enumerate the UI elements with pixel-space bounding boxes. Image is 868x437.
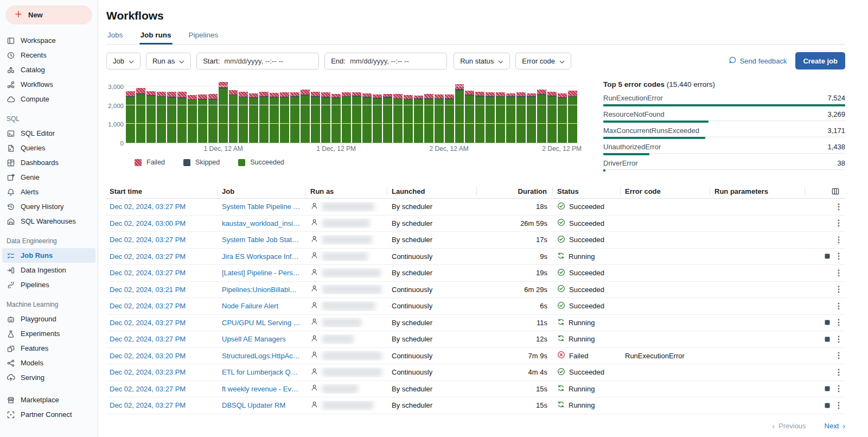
chart-bar[interactable] — [259, 92, 269, 143]
kebab-menu-icon[interactable] — [838, 368, 840, 377]
column-header-launched[interactable]: Launched — [387, 187, 477, 196]
legend-item-succeeded[interactable]: Succeeded — [238, 159, 284, 166]
run-start-time-link[interactable]: Dec 02, 2024, 03:27 PM — [106, 252, 218, 261]
chart-bar[interactable] — [496, 92, 505, 143]
sidebar-item-query-history[interactable]: Query History — [0, 199, 98, 214]
next-page-button[interactable]: Next › — [825, 422, 845, 430]
job-filter-dropdown[interactable]: Job — [106, 53, 141, 69]
kebab-menu-icon[interactable] — [838, 351, 840, 360]
column-header-run-parameters[interactable]: Run parameters — [710, 187, 805, 196]
sidebar-item-partner-connect[interactable]: Partner Connect — [0, 407, 98, 422]
chart-bar[interactable] — [342, 92, 351, 143]
sidebar-item-playground[interactable]: Playground — [0, 312, 98, 326]
run-status-filter-dropdown[interactable]: Run status — [454, 53, 510, 69]
chart-bar[interactable] — [352, 92, 361, 143]
chart-bar[interactable] — [547, 92, 557, 143]
chart-bar[interactable] — [177, 92, 187, 143]
chart-bar[interactable] — [404, 95, 413, 143]
sidebar-item-pipelines[interactable]: Pipelines — [0, 277, 98, 292]
chart-bar[interactable] — [301, 90, 310, 143]
chart-bar[interactable] — [208, 94, 218, 143]
column-selector-icon[interactable] — [805, 187, 845, 196]
chart-bar[interactable] — [239, 92, 248, 143]
chart-bar[interactable] — [198, 94, 207, 143]
job-name-link[interactable]: System Table Job Status... — [218, 236, 306, 244]
column-header-job[interactable]: Job — [218, 187, 306, 196]
new-button[interactable]: New — [5, 5, 92, 24]
job-name-link[interactable]: ft weekly revenue - Ever... — [218, 385, 306, 393]
chart-bar[interactable] — [229, 90, 238, 143]
run-start-time-link[interactable]: Dec 02, 2024, 03:27 PM — [106, 302, 218, 310]
chart-bar[interactable] — [537, 90, 546, 143]
previous-page-button[interactable]: ‹ Previous — [772, 422, 806, 430]
column-header-duration[interactable]: Duration — [477, 187, 553, 196]
sidebar-item-models[interactable]: Models — [0, 356, 98, 370]
sidebar-item-recents[interactable]: Recents — [0, 48, 98, 62]
job-name-link[interactable]: [Latest] Pipeline - Persis... — [218, 269, 306, 277]
job-name-link[interactable]: CPU/GPU ML Serving po... — [218, 319, 306, 327]
sidebar-item-genie[interactable]: Genie — [0, 170, 98, 185]
job-name-link[interactable]: System Table Pipeline St... — [218, 202, 306, 211]
run-start-time-link[interactable]: Dec 02, 2024, 03:21 PM — [106, 286, 218, 294]
sidebar-item-compute[interactable]: Compute — [0, 92, 98, 106]
end-date-input[interactable]: End: mm/dd/yyyy, --:-- -- — [324, 53, 447, 69]
chart-bar[interactable] — [568, 91, 577, 143]
run-start-time-link[interactable]: Dec 02, 2024, 03:27 PM — [106, 319, 218, 327]
chart-bar[interactable] — [465, 91, 474, 143]
job-name-link[interactable]: Jira ES Workspace Info ... — [218, 252, 306, 261]
tab-pipelines[interactable]: Pipelines — [188, 28, 220, 44]
chart-bar[interactable] — [527, 93, 536, 143]
sidebar-item-sql-editor[interactable]: SQL Editor — [0, 126, 98, 141]
run-start-time-link[interactable]: Dec 02, 2024, 03:27 PM — [106, 385, 218, 393]
run-start-time-link[interactable]: Dec 02, 2024, 03:27 PM — [106, 269, 218, 277]
kebab-menu-icon[interactable] — [838, 269, 840, 277]
chart-bar[interactable] — [331, 94, 341, 143]
create-job-button[interactable]: Create job — [795, 52, 845, 69]
stop-run-button[interactable] — [825, 254, 830, 259]
chart-bar[interactable] — [290, 92, 299, 143]
kebab-menu-icon[interactable] — [838, 285, 840, 294]
sidebar-item-workflows[interactable]: Workflows — [0, 77, 98, 92]
job-name-link[interactable]: ETL for Lumberjack QPL... — [218, 368, 306, 376]
job-name-link[interactable]: StructuredLogs:HttpAcc... — [218, 352, 306, 360]
chart-bar[interactable] — [188, 95, 197, 143]
kebab-menu-icon[interactable] — [838, 202, 840, 211]
chart-bar[interactable] — [126, 91, 135, 143]
run-start-time-link[interactable]: Dec 02, 2024, 03:27 PM — [106, 236, 218, 244]
chart-bar[interactable] — [558, 93, 567, 143]
chart-bar[interactable] — [280, 92, 289, 143]
sidebar-item-job-runs[interactable]: Job Runs — [2, 248, 95, 263]
sidebar-item-dashboards[interactable]: Dashboards — [0, 155, 98, 170]
kebab-menu-icon[interactable] — [838, 236, 840, 244]
stop-run-button[interactable] — [825, 337, 830, 342]
kebab-menu-icon[interactable] — [838, 384, 840, 393]
legend-item-skipped[interactable]: Skipped — [183, 159, 220, 166]
chart-bar[interactable] — [455, 84, 464, 143]
chart-bar[interactable] — [219, 82, 228, 143]
run-start-time-link[interactable]: Dec 02, 2024, 03:27 PM — [106, 335, 218, 343]
run-start-time-link[interactable]: Dec 02, 2024, 03:27 PM — [106, 401, 218, 409]
job-name-link[interactable]: Upsell AE Managers — [218, 335, 306, 343]
chart-bar[interactable] — [414, 96, 423, 143]
sidebar-item-features[interactable]: Features — [0, 341, 98, 356]
chart-bar[interactable] — [270, 93, 279, 143]
send-feedback-link[interactable]: Send feedback — [729, 56, 787, 66]
kebab-menu-icon[interactable] — [838, 335, 840, 344]
kebab-menu-icon[interactable] — [838, 252, 840, 261]
chart-bar[interactable] — [146, 91, 156, 143]
legend-item-failed[interactable]: Failed — [135, 159, 165, 166]
start-date-input[interactable]: Start: mm/dd/yyyy, --:-- -- — [196, 53, 319, 69]
job-name-link[interactable]: kaustav_workload_insig... — [218, 219, 306, 227]
chart-bar[interactable] — [167, 92, 176, 143]
sidebar-item-catalog[interactable]: Catalog — [0, 62, 98, 77]
stop-run-button[interactable] — [825, 386, 830, 391]
chart-bar[interactable] — [373, 94, 382, 143]
run-start-time-link[interactable]: Dec 02, 2024, 03:27 PM — [106, 202, 218, 211]
sidebar-item-workspace[interactable]: Workspace — [0, 33, 98, 48]
column-header-start-time[interactable]: Start time — [106, 187, 218, 196]
sidebar-item-serving[interactable]: Serving — [0, 370, 98, 385]
job-name-link[interactable]: DBSQL Updater RM — [218, 401, 306, 409]
chart-bar[interactable] — [393, 94, 403, 143]
sidebar-item-marketplace[interactable]: Marketplace — [0, 392, 98, 407]
sidebar-item-sql-warehouses[interactable]: SQL Warehouses — [0, 214, 98, 229]
